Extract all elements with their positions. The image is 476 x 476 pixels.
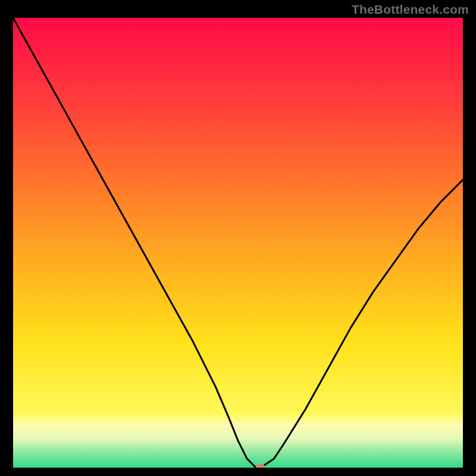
svg-rect-0 [13, 18, 463, 468]
chart-frame: TheBottleneck.com [0, 0, 476, 476]
chart-svg [13, 18, 463, 468]
bottleneck-chart [13, 18, 463, 468]
watermark-text: TheBottleneck.com [352, 2, 469, 17]
